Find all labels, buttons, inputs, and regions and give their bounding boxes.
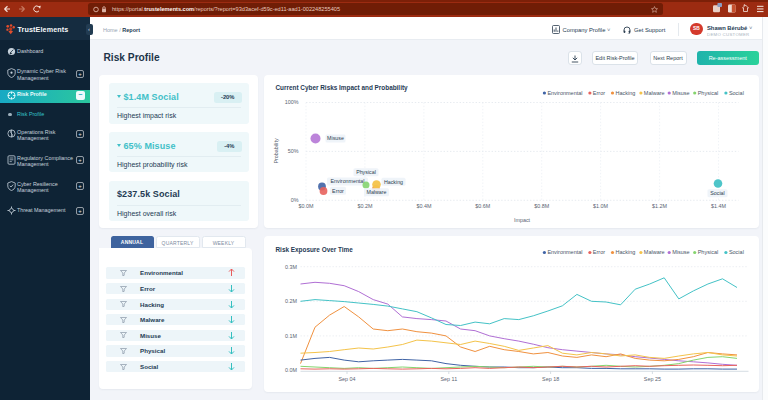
svg-text:$0.8M: $0.8M bbox=[534, 202, 549, 208]
svg-text:Error: Error bbox=[332, 187, 344, 193]
svg-text:Environmental: Environmental bbox=[330, 178, 364, 184]
svg-text:Environmental: Environmental bbox=[547, 89, 582, 95]
svg-text:Physical: Physical bbox=[697, 249, 717, 255]
svg-text:Hacking: Hacking bbox=[383, 178, 402, 184]
svg-text:Malware: Malware bbox=[366, 189, 386, 195]
svg-text:100%: 100% bbox=[284, 99, 298, 105]
svg-text:Physical: Physical bbox=[356, 169, 376, 175]
svg-text:0.2M: 0.2M bbox=[285, 298, 297, 304]
svg-text:Hacking: Hacking bbox=[615, 89, 635, 95]
svg-text:$0.0M: $0.0M bbox=[298, 202, 313, 208]
svg-text:Risk Exposure Over Time: Risk Exposure Over Time bbox=[275, 246, 353, 254]
svg-text:Probability: Probability bbox=[273, 138, 279, 163]
svg-text:Sep 25: Sep 25 bbox=[643, 376, 660, 382]
svg-text:Hacking: Hacking bbox=[615, 249, 635, 255]
svg-text:0.1M: 0.1M bbox=[285, 333, 297, 339]
svg-text:Malware: Malware bbox=[643, 89, 664, 95]
svg-text:Sep 04: Sep 04 bbox=[338, 376, 355, 382]
svg-text:Current Cyber Risks Impact and: Current Cyber Risks Impact and Probabili… bbox=[275, 84, 408, 92]
svg-text:Physical: Physical bbox=[697, 89, 717, 95]
svg-text:$0.6M: $0.6M bbox=[475, 202, 490, 208]
svg-text:Social: Social bbox=[728, 249, 743, 255]
svg-text:Misuse: Misuse bbox=[672, 249, 689, 255]
svg-text:Malware: Malware bbox=[643, 249, 664, 255]
svg-text:$0.2M: $0.2M bbox=[357, 202, 372, 208]
svg-text:50%: 50% bbox=[287, 148, 298, 154]
svg-text:Environmental: Environmental bbox=[547, 249, 582, 255]
svg-text:$1.0M: $1.0M bbox=[593, 202, 608, 208]
svg-text:Social: Social bbox=[728, 89, 743, 95]
svg-text:0.3M: 0.3M bbox=[285, 264, 297, 270]
svg-text:$0.4M: $0.4M bbox=[416, 202, 431, 208]
svg-text:Sep 11: Sep 11 bbox=[440, 376, 457, 382]
svg-text:$1.2M: $1.2M bbox=[652, 202, 667, 208]
svg-text:0%: 0% bbox=[290, 197, 298, 203]
svg-text:Impact: Impact bbox=[513, 216, 530, 222]
svg-text:Social: Social bbox=[710, 190, 724, 196]
svg-text:Misuse: Misuse bbox=[327, 135, 344, 141]
svg-text:Error: Error bbox=[592, 249, 604, 255]
svg-text:$1.4M: $1.4M bbox=[711, 202, 726, 208]
svg-text:Error: Error bbox=[592, 89, 604, 95]
svg-text:0.0M: 0.0M bbox=[285, 367, 297, 373]
svg-text:Misuse: Misuse bbox=[672, 89, 689, 95]
svg-text:Sep 18: Sep 18 bbox=[542, 376, 559, 382]
